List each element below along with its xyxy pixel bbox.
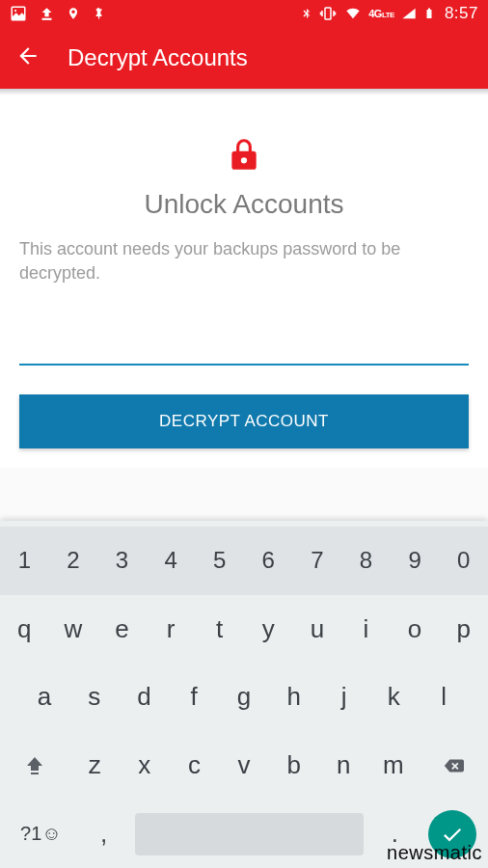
kb-row-zxcv: z x c v b n m xyxy=(0,731,488,800)
vibrate-icon xyxy=(318,5,338,22)
app-bar: Decrypt Accounts xyxy=(0,27,488,89)
key-w[interactable]: w xyxy=(49,601,98,658)
key-m[interactable]: m xyxy=(368,737,419,794)
key-d[interactable]: d xyxy=(120,668,170,725)
kb-row-qwerty: q w e r t y u i o p xyxy=(0,595,488,664)
upload-icon xyxy=(39,6,55,22)
key-y[interactable]: y xyxy=(244,601,293,658)
key-r[interactable]: r xyxy=(147,601,196,658)
svg-rect-2 xyxy=(42,17,52,19)
password-input[interactable] xyxy=(19,328,469,366)
key-v[interactable]: v xyxy=(219,737,269,794)
pin-icon xyxy=(92,5,105,22)
key-3[interactable]: 3 xyxy=(97,533,147,587)
key-h[interactable]: h xyxy=(269,668,319,725)
key-p[interactable]: p xyxy=(439,601,488,658)
key-7[interactable]: 7 xyxy=(293,533,342,587)
network-4g-icon: 4GLTE xyxy=(368,8,394,19)
key-k[interactable]: k xyxy=(368,668,419,725)
key-9[interactable]: 9 xyxy=(391,533,440,587)
svg-point-1 xyxy=(14,10,16,12)
page-title: Decrypt Accounts xyxy=(68,44,248,71)
svg-rect-4 xyxy=(426,10,431,18)
kb-row-asdf: a s d f g h j k l xyxy=(0,664,488,732)
wifi-icon xyxy=(343,6,363,21)
key-a[interactable]: a xyxy=(19,668,69,725)
space-key[interactable] xyxy=(135,813,364,855)
key-2[interactable]: 2 xyxy=(49,533,98,587)
status-bar: 4GLTE 8:57 xyxy=(0,0,488,27)
clock: 8:57 xyxy=(445,4,478,23)
key-e[interactable]: e xyxy=(97,601,147,658)
signal-icon xyxy=(400,6,418,21)
key-l[interactable]: l xyxy=(419,668,469,725)
key-x[interactable]: x xyxy=(120,737,170,794)
key-4[interactable]: 4 xyxy=(147,533,196,587)
key-o[interactable]: o xyxy=(391,601,440,658)
backspace-key[interactable] xyxy=(419,742,488,790)
location-icon xyxy=(67,5,80,22)
kb-row-numbers: 1 2 3 4 5 6 7 8 9 0 xyxy=(0,527,488,595)
key-i[interactable]: i xyxy=(341,601,391,658)
keyboard: 1 2 3 4 5 6 7 8 9 0 q w e r t y u i o p … xyxy=(0,521,488,868)
key-z[interactable]: z xyxy=(69,737,120,794)
key-1[interactable]: 1 xyxy=(0,533,49,587)
back-button[interactable] xyxy=(15,43,41,72)
key-j[interactable]: j xyxy=(319,668,369,725)
key-u[interactable]: u xyxy=(293,601,342,658)
image-icon xyxy=(10,5,27,22)
svg-rect-6 xyxy=(31,773,39,774)
svg-rect-5 xyxy=(428,9,430,11)
key-t[interactable]: t xyxy=(195,601,244,658)
key-n[interactable]: n xyxy=(318,737,368,794)
key-s[interactable]: s xyxy=(69,668,120,725)
comma-key[interactable]: , xyxy=(78,805,129,862)
key-f[interactable]: f xyxy=(169,668,219,725)
watermark: newsmatic xyxy=(387,842,482,864)
key-0[interactable]: 0 xyxy=(439,533,488,587)
shift-key[interactable] xyxy=(0,741,69,791)
unlock-subtext: This account needs your backups password… xyxy=(19,237,469,285)
decrypt-button[interactable]: DECRYPT ACCOUNT xyxy=(19,394,469,448)
svg-rect-3 xyxy=(325,8,331,19)
bluetooth-icon xyxy=(301,5,312,22)
key-c[interactable]: c xyxy=(170,737,220,794)
battery-icon xyxy=(423,5,435,22)
symbols-key[interactable]: ?1☺ xyxy=(4,809,78,858)
lock-icon xyxy=(19,133,469,179)
key-8[interactable]: 8 xyxy=(341,533,391,587)
key-5[interactable]: 5 xyxy=(195,533,244,587)
key-b[interactable]: b xyxy=(269,737,319,794)
main-content: Unlock Accounts This account needs your … xyxy=(0,95,488,468)
unlock-heading: Unlock Accounts xyxy=(19,189,469,220)
key-6[interactable]: 6 xyxy=(244,533,293,587)
key-g[interactable]: g xyxy=(219,668,269,725)
key-q[interactable]: q xyxy=(0,601,49,658)
